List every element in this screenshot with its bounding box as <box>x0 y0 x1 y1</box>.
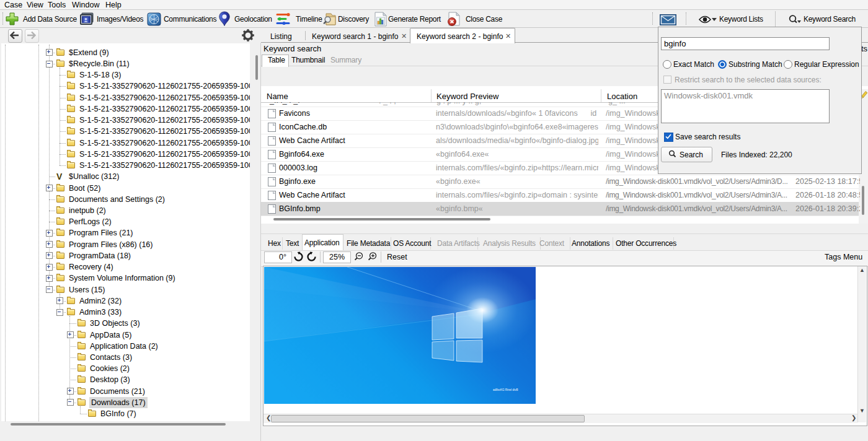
svg-text:ad8svKG Rtnel dtvB: ad8svKG Rtnel dtvB <box>493 388 518 391</box>
